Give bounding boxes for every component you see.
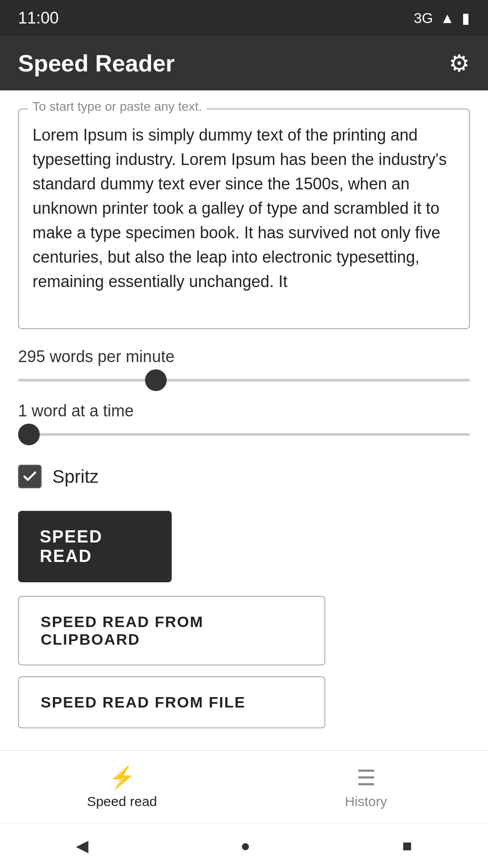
battery-icon: ▮ xyxy=(462,9,470,27)
home-button[interactable]: ● xyxy=(240,836,250,855)
words-at-time-section: 1 word at a time xyxy=(18,401,470,438)
wpm-section: 295 words per minute xyxy=(18,347,470,383)
speed-read-nav-icon: ⚡ xyxy=(108,765,136,790)
app-bar: Speed Reader ⚙ xyxy=(0,36,488,90)
history-nav-icon: ☰ xyxy=(357,765,376,790)
speed-read-file-button[interactable]: SPEED READ FROM FILE xyxy=(18,676,325,728)
speed-read-clipboard-button[interactable]: SPEED READ FROM CLIPBOARD xyxy=(18,596,325,665)
system-nav: ◀ ● ■ xyxy=(0,823,488,868)
status-icons: 3G ▲ ▮ xyxy=(414,9,470,27)
settings-icon[interactable]: ⚙ xyxy=(449,50,470,77)
spritz-checkbox[interactable] xyxy=(18,465,42,488)
spritz-label: Spritz xyxy=(52,467,99,487)
status-time: 11:00 xyxy=(18,9,59,28)
main-content: To start type or paste any text. 295 wor… xyxy=(0,90,488,750)
words-at-time-label: 1 word at a time xyxy=(18,401,470,420)
status-bar: 11:00 3G ▲ ▮ xyxy=(0,0,488,36)
words-at-time-slider[interactable] xyxy=(18,433,470,436)
text-input-label: To start type or paste any text. xyxy=(28,99,206,114)
text-input[interactable] xyxy=(33,123,455,313)
speed-read-button[interactable]: SPEED READ xyxy=(18,511,172,582)
app-title: Speed Reader xyxy=(18,50,175,77)
nav-history[interactable]: ☰ History xyxy=(244,765,488,809)
network-indicator: 3G xyxy=(414,10,433,27)
text-input-wrapper: To start type or paste any text. xyxy=(18,108,470,329)
history-nav-label: History xyxy=(345,794,387,809)
nav-speed-read[interactable]: ⚡ Speed read xyxy=(0,765,244,809)
spritz-row: Spritz xyxy=(18,465,470,488)
wpm-label: 295 words per minute xyxy=(18,347,470,366)
speed-read-nav-label: Speed read xyxy=(87,794,157,809)
signal-icon: ▲ xyxy=(440,10,455,27)
back-button[interactable]: ◀ xyxy=(76,836,89,855)
bottom-nav: ⚡ Speed read ☰ History xyxy=(0,750,488,823)
wpm-slider[interactable] xyxy=(18,379,470,382)
recent-button[interactable]: ■ xyxy=(402,836,412,855)
